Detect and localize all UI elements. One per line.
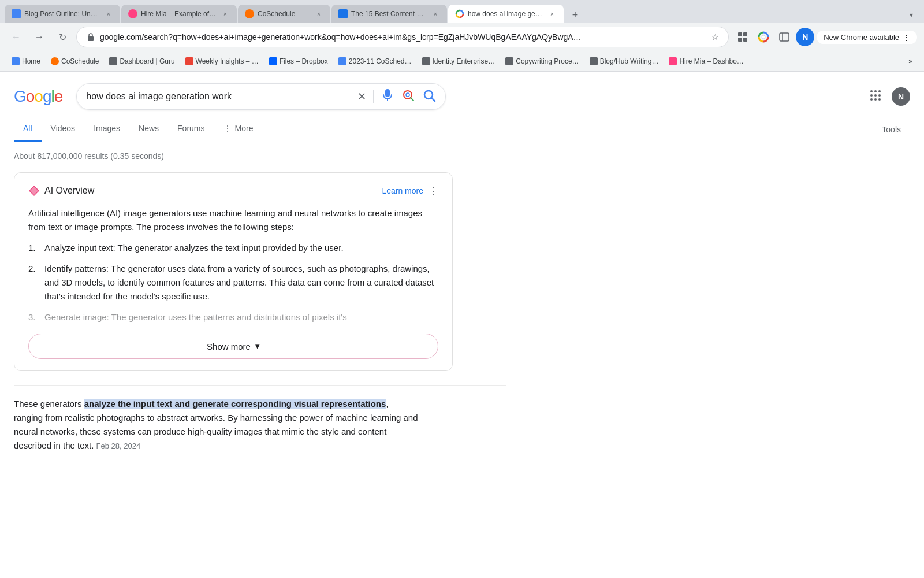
google-header-right: N bbox=[869, 87, 910, 106]
extensions-button[interactable] bbox=[733, 28, 752, 46]
search-results: About 817,000,000 results (0.35 seconds)… bbox=[0, 142, 520, 476]
tab-1[interactable]: Blog Post Outline: Unveiling… × bbox=[5, 5, 120, 23]
tab-4[interactable]: The 15 Best Content Marketi… × bbox=[331, 5, 447, 23]
nav-all[interactable]: All bbox=[14, 117, 42, 142]
bookmark-copywriting-favicon bbox=[505, 57, 513, 65]
nav-images[interactable]: Images bbox=[84, 117, 129, 142]
svg-point-8 bbox=[762, 35, 765, 39]
search-nav: All Videos Images News Forums ⋮ More Too… bbox=[0, 117, 924, 142]
svg-point-20 bbox=[870, 94, 873, 97]
separator bbox=[14, 385, 506, 386]
tab-5[interactable]: how does ai image generatio… × bbox=[448, 5, 564, 23]
learn-more-link[interactable]: Learn more bbox=[382, 186, 423, 195]
ai-overview-list: 1. Analyze input text: The generator ana… bbox=[28, 241, 438, 324]
nav-news[interactable]: News bbox=[129, 117, 168, 142]
step-1-number: 1. bbox=[28, 241, 40, 255]
bookmark-cosched-label: 2023-11 CoSched… bbox=[349, 57, 412, 65]
bookmarks-more-button[interactable]: » bbox=[904, 55, 917, 68]
show-more-button[interactable]: Show more ▾ bbox=[28, 334, 438, 359]
tab-4-favicon bbox=[338, 9, 348, 18]
svg-line-14 bbox=[411, 98, 413, 101]
new-chrome-badge[interactable]: New Chrome available ⋮ bbox=[817, 31, 917, 44]
bookmark-cosched-favicon bbox=[338, 57, 346, 65]
bookmark-blog[interactable]: Blog/Hub Writing… bbox=[585, 55, 664, 68]
bookmark-guru[interactable]: Dashboard | Guru bbox=[105, 55, 179, 68]
bookmark-coschedule-favicon bbox=[51, 57, 59, 65]
bookmark-insights[interactable]: Weekly Insights – … bbox=[181, 55, 263, 68]
step-3-number: 3. bbox=[28, 310, 40, 324]
reload-button[interactable]: ↻ bbox=[53, 28, 72, 46]
tab-2-close[interactable]: × bbox=[221, 9, 230, 18]
svg-rect-3 bbox=[738, 32, 742, 36]
tab-1-title: Blog Post Outline: Unveiling… bbox=[24, 10, 100, 18]
bookmark-coschedule[interactable]: CoSchedule bbox=[46, 55, 103, 68]
address-bar[interactable]: google.com/search?q=how+does+ai+image+ge… bbox=[76, 27, 729, 47]
svg-point-24 bbox=[874, 98, 877, 101]
show-more-label: Show more bbox=[207, 342, 251, 351]
bookmark-guru-label: Dashboard | Guru bbox=[120, 57, 174, 65]
lens-icon bbox=[401, 88, 415, 102]
bookmark-identity[interactable]: Identity Enterprise… bbox=[418, 55, 500, 68]
bookmark-dropbox-label: Files – Dropbox bbox=[280, 57, 328, 65]
tab-list-chevron[interactable]: ▾ bbox=[903, 7, 919, 23]
tab-5-favicon bbox=[455, 9, 464, 18]
search-box[interactable]: how does ai image generation work ✕ bbox=[76, 83, 446, 110]
show-more-chevron-icon: ▾ bbox=[255, 341, 260, 351]
google-apps-button[interactable] bbox=[869, 88, 882, 105]
tab-4-close[interactable]: × bbox=[431, 9, 440, 18]
svg-point-18 bbox=[874, 90, 877, 92]
sidebar-button[interactable] bbox=[775, 28, 793, 46]
google-avatar[interactable]: N bbox=[892, 87, 910, 106]
forward-button[interactable]: → bbox=[30, 28, 49, 46]
ai-overview-body: Artificial intelligence (AI) image gener… bbox=[28, 206, 438, 359]
nav-forums[interactable]: Forums bbox=[168, 117, 214, 142]
profile-button[interactable]: N bbox=[796, 28, 814, 46]
svg-point-21 bbox=[874, 94, 877, 97]
bookmark-home-favicon bbox=[12, 57, 20, 65]
chrome-status-button[interactable] bbox=[754, 28, 773, 46]
bookmark-home[interactable]: Home bbox=[7, 55, 45, 68]
tab-4-title: The 15 Best Content Marketi… bbox=[351, 10, 427, 18]
nav-more-label: More bbox=[235, 124, 254, 133]
apps-grid-icon bbox=[869, 88, 882, 102]
google-logo[interactable]: Google bbox=[14, 87, 62, 106]
bookmark-copywriting-label: Copywriting Proce… bbox=[516, 57, 579, 65]
tab-5-title: how does ai image generatio… bbox=[468, 10, 544, 18]
nav-more[interactable]: ⋮ More bbox=[214, 117, 263, 142]
bookmark-copywriting[interactable]: Copywriting Proce… bbox=[501, 55, 583, 68]
tab-3[interactable]: CoSchedule × bbox=[238, 5, 330, 23]
svg-point-13 bbox=[406, 93, 409, 97]
sidebar-icon bbox=[778, 31, 790, 43]
tab-1-close[interactable]: × bbox=[104, 9, 113, 18]
search-clear-button[interactable]: ✕ bbox=[357, 90, 366, 103]
search-submit-button[interactable] bbox=[422, 88, 436, 105]
new-tab-button[interactable]: + bbox=[567, 7, 583, 23]
nav-all-label: All bbox=[23, 124, 32, 133]
ai-step-2: 2. Identify patterns: The generator uses… bbox=[28, 262, 438, 303]
nav-news-label: News bbox=[139, 124, 159, 133]
bookmark-dropbox[interactable]: Files – Dropbox bbox=[264, 55, 333, 68]
voice-search-button[interactable] bbox=[381, 88, 394, 105]
tab-3-close[interactable]: × bbox=[314, 9, 323, 18]
search-input[interactable]: how does ai image generation work bbox=[86, 91, 351, 102]
nav-videos[interactable]: Videos bbox=[42, 117, 85, 142]
tab-2-title: Hire Mia – Example of Service… bbox=[141, 10, 217, 18]
bookmark-hiremia[interactable]: Hire Mia – Dashbo… bbox=[664, 55, 748, 68]
back-button[interactable]: ← bbox=[7, 28, 25, 46]
bookmark-hiremia-favicon bbox=[669, 57, 677, 65]
nav-tools[interactable]: Tools bbox=[873, 118, 910, 141]
bookmark-blog-label: Blog/Hub Writing… bbox=[600, 57, 659, 65]
ai-overview-actions: Learn more ⋮ bbox=[382, 184, 438, 197]
ai-overview-more-options[interactable]: ⋮ bbox=[428, 184, 438, 197]
tab-2[interactable]: Hire Mia – Example of Service… × bbox=[121, 5, 237, 23]
tab-5-close[interactable]: × bbox=[547, 9, 557, 18]
search-icon bbox=[422, 88, 436, 102]
bookmark-dropbox-favicon bbox=[269, 57, 277, 65]
lens-search-button[interactable] bbox=[401, 88, 415, 105]
svg-point-23 bbox=[870, 98, 873, 101]
bookmark-insights-favicon bbox=[185, 57, 193, 65]
bookmark-cosched[interactable]: 2023-11 CoSched… bbox=[334, 55, 416, 68]
ai-overview-title: AI Overview bbox=[28, 185, 94, 197]
tab-bar: Blog Post Outline: Unveiling… × Hire Mia… bbox=[0, 0, 924, 23]
bookmark-star-icon[interactable]: ☆ bbox=[711, 32, 719, 42]
